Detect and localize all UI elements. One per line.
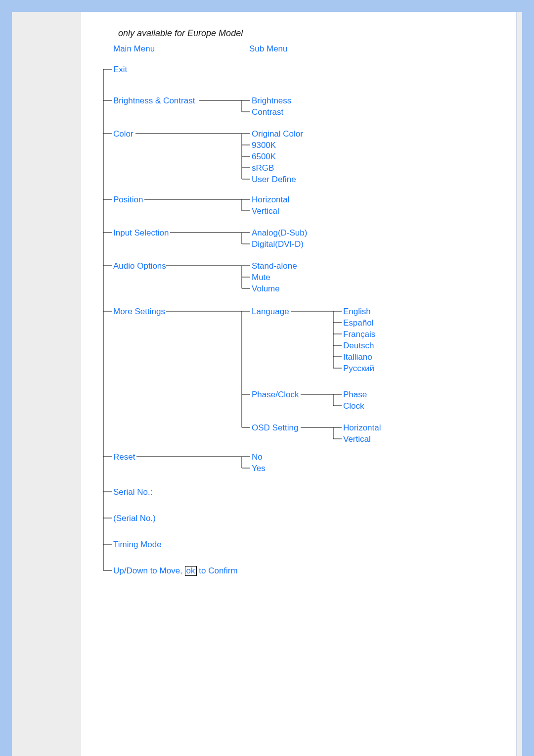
diagram-stage: only available for Europe Model Main Men… — [81, 12, 516, 756]
page: only available for Europe Model Main Men… — [12, 12, 522, 756]
content-sheet: only available for Europe Model Main Men… — [81, 12, 517, 756]
tree-lines — [81, 12, 534, 606]
